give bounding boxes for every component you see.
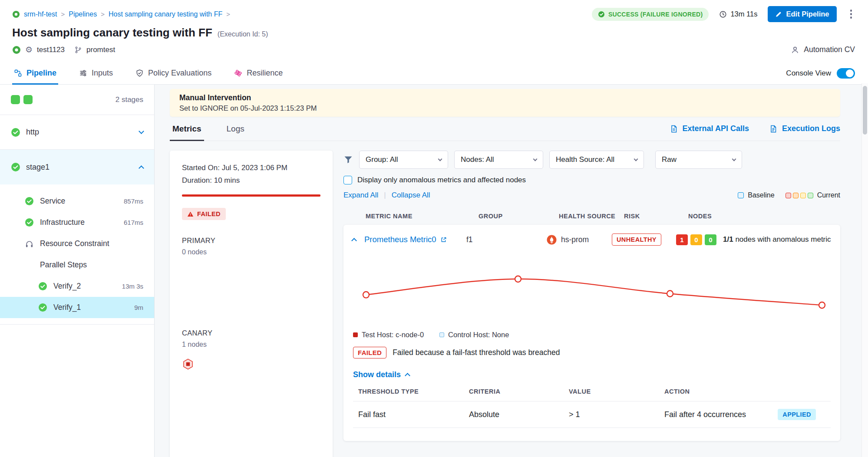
chevron-down-icon [732,157,736,161]
current-legend-label: Current [817,191,840,199]
healthy-node-chip[interactable]: 0 [705,234,716,245]
tab-policy-label: Policy Evaluations [148,69,211,78]
group-filter-select[interactable]: Group: All [359,151,448,169]
stages-count: 2 stages [116,95,143,104]
step-name: Verify_1 [53,303,81,312]
step-infrastructure[interactable]: Infrastructure 617ms [0,212,154,233]
success-check-icon [38,282,47,291]
console-view-toggle[interactable] [837,68,855,79]
metric-card: Prometheus Metric0 f1 hs-prom [343,225,840,441]
step-name: Resource Constraint [40,239,109,248]
sidebar-stage-stage1[interactable]: stage1 [0,150,154,184]
tab-resilience[interactable]: Resilience [232,62,284,84]
action-value: Fail after 4 occurrences [664,410,746,419]
data-type-value: Raw [662,155,677,164]
step-service[interactable]: Service 857ms [0,191,154,212]
warning-triangle-icon [187,211,194,217]
stage-status-square [23,95,33,104]
clock-icon [719,10,727,18]
col-action: ACTION [664,388,831,395]
meta-row: ⚙ test1123 promtest Automation CV [12,45,855,62]
show-details-toggle[interactable]: Show details [353,370,831,379]
page-title: Host sampling canary testing with FF [12,26,212,39]
chart-color-legend: Baseline Current [738,191,840,199]
metric-row: Prometheus Metric0 f1 hs-prom [343,225,840,252]
step-group-parallel-steps[interactable]: Parallel Steps [0,254,154,276]
applied-badge: APPLIED [778,409,816,420]
status-badge-label: SUCCESS (FAILURE IGNORED) [608,11,703,18]
step-resource-constraint[interactable]: Resource Constraint [0,233,154,254]
tab-inputs[interactable]: Inputs [77,62,115,84]
header-actions: SUCCESS (FAILURE IGNORED) 13m 11s Edit P… [592,6,855,22]
collapse-all-link[interactable]: Collapse All [392,191,430,200]
risk-cell: UNHEALTHY [612,233,676,246]
tab-pipeline[interactable]: Pipeline [12,62,58,84]
step-verify-1[interactable]: Verify_1 9m [0,297,154,318]
threshold-type-value: Fail fast [358,410,469,419]
tab-metrics[interactable]: Metrics [170,117,204,141]
verification-summary-card: Started On: Jul 5, 2023 1:06 PM Duration… [170,151,333,457]
sidebar-stage-http[interactable]: http [0,115,154,150]
console-view-label: Console View [786,69,831,78]
data-type-select[interactable]: Raw [655,151,742,169]
branch-icon [74,46,82,54]
tab-policy-evaluations[interactable]: Policy Evaluations [134,62,213,84]
col-value: VALUE [569,388,664,395]
col-health-source: HEALTH SOURCE [559,213,624,220]
critical-node-chip[interactable]: 1 [676,234,688,245]
anomalous-filter-row: Display only anomalous metrics and affec… [343,176,840,184]
timeseries-legend: Test Host: c-node-0 Control Host: None [353,331,831,339]
nodes-filter-select[interactable]: Nodes: All [454,151,543,169]
anomalous-only-checkbox[interactable] [343,176,352,184]
title-row: Host sampling canary testing with FF (Ex… [12,26,855,39]
col-criteria: CRITERIA [469,388,569,395]
verification-duration: Duration: 10 mins [182,176,320,185]
collapse-metric-chevron[interactable] [351,238,357,243]
metric-timeseries-chart[interactable] [353,255,831,324]
metric-name-link[interactable]: Prometheus Metric0 [364,235,466,244]
more-options-menu[interactable] [847,8,855,20]
health-source-filter-value: Health Source: All [556,155,614,164]
tab-resilience-label: Resilience [247,69,283,78]
tab-logs[interactable]: Logs [224,117,247,141]
col-nodes: NODES [688,213,840,220]
breadcrumb: srm-hf-test > Pipelines > Host sampling … [12,10,230,18]
scrollbar-thumb[interactable] [863,86,867,135]
col-threshold-type: THRESHOLD TYPE [358,388,469,395]
health-source-filter-select[interactable]: Health Source: All [549,151,644,169]
external-api-calls-link[interactable]: External API Calls [670,124,749,133]
started-on: Started On: Jul 5, 2023 1:06 PM [182,164,320,172]
chevron-down-icon[interactable] [139,128,144,134]
failed-badge: FAILED [353,347,386,358]
stage-status-squares [11,95,33,104]
verification-status-badge: FAILED [182,208,226,220]
value-value: > 1 [569,410,664,419]
branch-name[interactable]: promtest [86,46,115,54]
action-cell: Fail after 4 occurrences APPLIED [664,409,831,420]
success-check-icon [25,218,34,227]
risk-badge: UNHEALTHY [612,233,661,246]
breadcrumb-pipelines[interactable]: Pipelines [69,10,97,18]
breadcrumb-project[interactable]: srm-hf-test [24,10,57,18]
execution-logs-link[interactable]: Execution Logs [769,124,840,133]
service-name[interactable]: test1123 [37,46,65,54]
expand-all-link[interactable]: Expand All [343,191,378,200]
threshold-details-table: THRESHOLD TYPE CRITERIA VALUE ACTION Fai… [353,388,831,428]
stage-steps-list: Service 857ms Infrastructure 617ms Resou… [0,184,154,325]
edit-pipeline-button[interactable]: Edit Pipeline [768,6,836,22]
warning-node-chip[interactable]: 0 [690,234,702,245]
step-verify-2[interactable]: Verify_2 13m 3s [0,276,154,297]
expand-collapse-row: Expand All | Collapse All Baseline Curre… [343,191,840,200]
chevron-up-icon [405,373,410,378]
stage-name: stage1 [26,163,50,172]
canary-node-hexagon[interactable] [182,358,320,370]
primary-label: PRIMARY [182,237,320,245]
execution-logs-label: Execution Logs [782,124,840,133]
control-host-label: Control Host: None [448,331,509,339]
gear-icon: ⚙ [25,46,33,54]
test-host-swatch [353,332,358,337]
step-name: Service [40,197,65,206]
nodes-filter-value: Nodes: All [461,155,494,164]
chevron-up-icon[interactable] [139,165,144,171]
breadcrumb-pipeline-name[interactable]: Host sampling canary testing with FF [109,10,222,18]
